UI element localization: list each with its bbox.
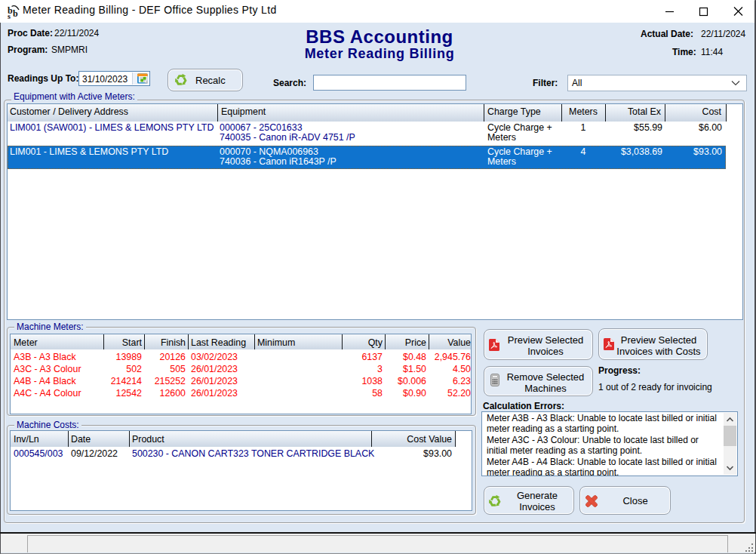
svg-text:b: b bbox=[13, 8, 18, 19]
svg-text:s: s bbox=[8, 12, 11, 20]
